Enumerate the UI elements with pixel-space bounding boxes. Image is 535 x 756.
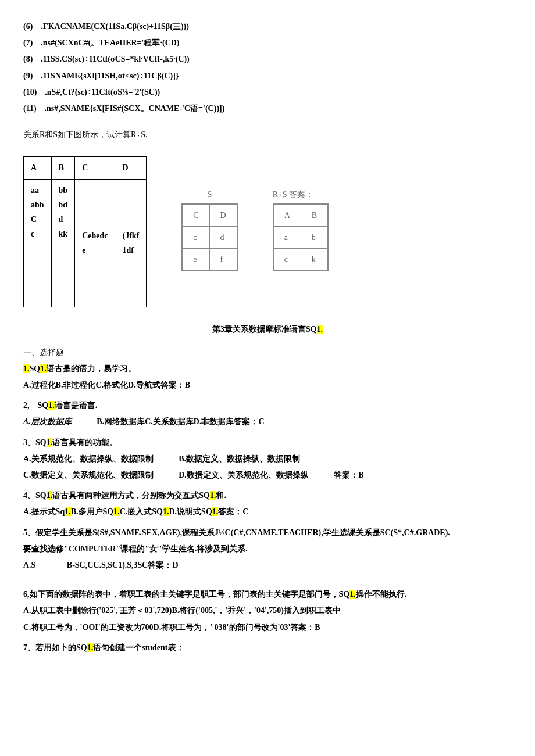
q3-b: B.数据定义、数据操纵、数据限制 bbox=[179, 454, 300, 463]
s-cell: C bbox=[183, 204, 209, 226]
q7-pre: 7、若用如卜的SQ bbox=[23, 643, 87, 652]
s-cell: d bbox=[209, 226, 237, 248]
q4-hlb: 1. bbox=[113, 507, 120, 516]
cell-d: (Jfkf 1df bbox=[115, 179, 147, 307]
q4-num: 4、SQ bbox=[23, 491, 47, 500]
q3-num: 3、SQ bbox=[23, 438, 47, 447]
q2: 2, SQ1.语言是语言. bbox=[23, 398, 512, 413]
formula-11: (11) .ns#,SNAME{sX[FIS#(SCX。CNAME-'C语='(… bbox=[23, 101, 512, 116]
image-rs-title: R÷S 答案： bbox=[273, 187, 329, 202]
q2-opts: A.层次数据库 B.网络数据库C.关系数据库D.非数据库答案：C bbox=[23, 414, 512, 429]
chapter-title-pre: 第3章关系数据摩标准语言SQ bbox=[212, 325, 317, 334]
th-b: B bbox=[51, 157, 75, 179]
q5-line2: 要查找选修"COMPUTER"课程的"女"学生姓名.将涉及到关系. bbox=[23, 542, 512, 556]
q4-a: A.提示式Sq bbox=[23, 507, 65, 516]
image-s-wrapper: S CD cd ef bbox=[181, 187, 237, 276]
q4-hl1: 1. bbox=[47, 491, 53, 500]
q5-line1: 5、假定学生关系是S(S#,SNAME.SEX,AGE),课程关系J½C(C#,… bbox=[23, 525, 512, 540]
formula-7: (7) .ns#(SCXnC#(。TEAeHER='程军·(CD) bbox=[23, 35, 512, 50]
q3-hl: 1. bbox=[47, 438, 53, 447]
q7: 7、若用如卜的SQ1.语句创建一个student表： bbox=[23, 640, 512, 655]
rs-cell: a bbox=[273, 226, 301, 248]
q5-a: Λ.S bbox=[23, 561, 35, 569]
q6-hl: 1. bbox=[349, 590, 356, 599]
q1-sq: SQ bbox=[30, 364, 41, 373]
chapter-title: 第3章关系数据摩标准语言SQ1. bbox=[23, 322, 512, 336]
q3-a: A.关系规范化、数据操纵、数据限制 bbox=[23, 454, 154, 463]
th-d: D bbox=[115, 157, 147, 179]
rs-cell: A bbox=[273, 204, 301, 226]
rs-cell: c bbox=[273, 249, 301, 271]
section-1-heading: 一、选择题 bbox=[23, 345, 512, 360]
rs-cell: k bbox=[301, 249, 327, 271]
image-s-title: S bbox=[181, 187, 237, 202]
q3-rest: 语言具有的功能。 bbox=[52, 438, 117, 447]
q2-num: 2, SQ bbox=[23, 401, 48, 410]
q5-opts: Λ.S B-SC,CC.S,SC1).S,3SC答案：D bbox=[23, 558, 512, 572]
q1-hl: 1. bbox=[40, 364, 47, 373]
cell-b: bb bd d kk bbox=[51, 179, 75, 307]
rs-cell: B bbox=[301, 204, 327, 226]
q4-hl2: 1. bbox=[210, 491, 216, 500]
q2-opt-a: A.层次数据库 bbox=[23, 417, 72, 426]
q4-d: D.说明式SQ bbox=[169, 507, 212, 516]
q5-rest: B-SC,CC.S,SC1).S,3SC答案：D bbox=[67, 561, 179, 569]
q4-mid2: 和. bbox=[216, 491, 226, 500]
q3-d: D.数据定义、关系规范化、数据操纵 bbox=[179, 471, 309, 479]
q6-post: 操作不能执行. bbox=[356, 590, 407, 599]
s-cell: D bbox=[209, 204, 237, 226]
th-a: A bbox=[24, 157, 52, 179]
s-cell: e bbox=[183, 249, 209, 271]
q2-hl: 1. bbox=[48, 401, 55, 410]
table-r: A B C D aa abb C c bb bd d kk Cehedc e (… bbox=[23, 156, 147, 307]
q3-row1: A.关系规范化、数据操纵、数据限制 B.数据定义、数据操纵、数据限制 bbox=[23, 452, 512, 466]
q1-opts: A.过程化B.非过程化C.格式化D.导航式答案：B bbox=[23, 378, 512, 392]
q3-c: C.数据定义、关系规范化、数据限制 bbox=[23, 471, 154, 479]
cell-c: Cehedc e bbox=[75, 179, 115, 307]
th-c: C bbox=[75, 157, 115, 179]
rs-prompt: 关系R和S如下图所示，试计算R÷S. bbox=[23, 127, 512, 142]
q1-rest: 语古是的语力，易学习。 bbox=[47, 364, 136, 373]
q2-opt-rest: B.网络数据库C.关系数据库D.非数据库答案：C bbox=[97, 417, 264, 426]
s-cell: c bbox=[183, 226, 209, 248]
chapter-title-hl: 1. bbox=[317, 325, 323, 334]
s-cell: f bbox=[209, 249, 237, 271]
q4-mid1: 语古具有两种运用方式，分别称为交互式SQ bbox=[52, 491, 210, 500]
q4-c: C.嵌入式SQ bbox=[120, 507, 163, 516]
q3-row2: C.数据定义、关系规范化、数据限制 D.数据定义、关系规范化、数据操纵 答案：B bbox=[23, 468, 512, 482]
q6-row1: A.从职工表中删除行('025','王芳＜03',720)B.将行('005,'… bbox=[23, 603, 512, 618]
q4-hld: 1. bbox=[212, 507, 219, 516]
q6-row2: C.将职工号为，'OOI'的工资改为700D.将职工号为，' 038'的部门号改… bbox=[23, 620, 512, 635]
q2-rest: 语言是语言. bbox=[55, 401, 98, 410]
q7-post: 语句创建一个student表： bbox=[93, 643, 184, 652]
formula-9: (9) .11SNAME{sXl[11SH,αt<sc)÷11Cβ(C)]} bbox=[23, 69, 512, 83]
formula-10: (10) .nS#,Ct?(sc)÷11Cft(σS⅛='2'(SC)) bbox=[23, 85, 512, 99]
formula-8: (8) .11SS.CS(sc)÷11Ctf(σCS=*kl·VCff-,k5·… bbox=[23, 52, 512, 66]
image-rs-wrapper: R÷S 答案： AB ab ck bbox=[273, 187, 329, 276]
cell-a: aa abb C c bbox=[24, 179, 52, 307]
q6: 6,如下面的数据阵的表中，着职工表的主关键字是职工号，部门表的主关键字是部门号，… bbox=[23, 587, 512, 601]
q1-num: 1. bbox=[23, 364, 30, 373]
q3: 3、SQ1.语言具有的功能。 bbox=[23, 435, 512, 450]
q4-b: B.多用户SQ bbox=[71, 507, 114, 516]
image-s: CD cd ef bbox=[181, 203, 237, 272]
rs-cell: b bbox=[301, 226, 327, 248]
q1: 1.SQ1.语古是的语力，易学习。 bbox=[23, 361, 512, 376]
q6-pre: 6,如下面的数据阵的表中，着职工表的主关键字是职工号，部门表的主关键字是部门号，… bbox=[23, 590, 349, 599]
q7-hl: 1. bbox=[87, 643, 94, 652]
q4-hlc: 1. bbox=[163, 507, 169, 516]
image-rs: AB ab ck bbox=[273, 203, 329, 272]
q3-ans: 答案：B bbox=[334, 471, 363, 479]
formula-6: (6) .ΓKACNAME(CX(11Sa.Cβ(sc)÷11Sβ(三))) bbox=[23, 19, 512, 34]
q4-ans: 答案：C bbox=[218, 507, 248, 516]
q4-hla: 1. bbox=[65, 507, 71, 516]
q4: 4、SQ1.语古具有两种运用方式，分别称为交互式SQ1.和. bbox=[23, 488, 512, 503]
q4-opts: A.提示式Sq1.B.多用户SQ1.C.嵌入式SQ1.D.说明式SQ1.答案：C bbox=[23, 504, 512, 519]
